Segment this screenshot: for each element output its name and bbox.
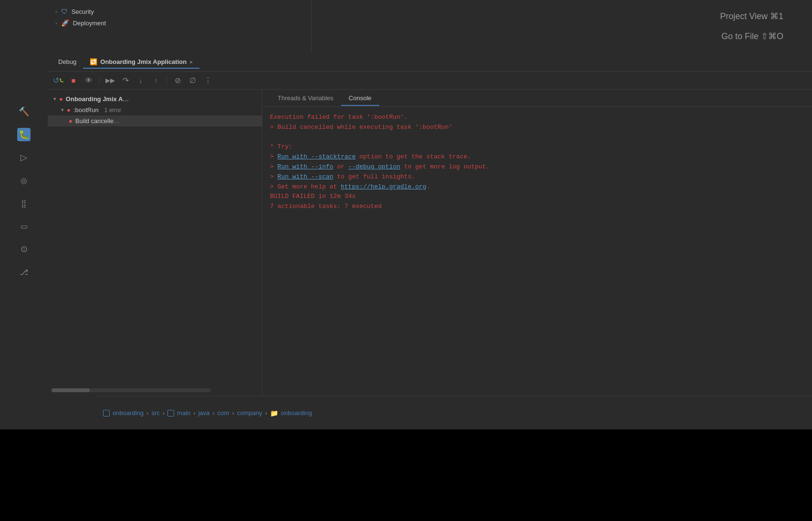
sidebar-icon-bug[interactable]: 🐛	[17, 128, 31, 141]
breadcrumb-label-onboarding: onboarding	[113, 409, 144, 417]
run-tab-label: Onboarding Jmix Application	[100, 58, 187, 65]
deploy-icon: 🚀	[61, 19, 69, 27]
tab-bar: Debug 🔁 Onboarding Jmix Application ×	[48, 52, 812, 72]
link-gradle-help[interactable]: https://help.gradle.org	[341, 183, 426, 190]
error-icon-2: ●	[67, 106, 71, 114]
build-item-onboarding-label: Onboarding Jmix A…	[66, 95, 129, 103]
toolbar: ↺🐛 ■ 👁 ▶▶ ↷ ↓ ↑ ⊘ ∅ ⋮	[48, 72, 812, 90]
breadcrumb-company[interactable]: company	[237, 409, 262, 417]
error-icon-3: ●	[69, 117, 73, 125]
debug-panel: Debug 🔁 Onboarding Jmix Application × ↺🐛…	[48, 52, 812, 396]
bootrun-label: :bootRun	[73, 106, 99, 114]
tree-item-deployment[interactable]: › 🚀 Deployment	[55, 17, 302, 29]
console-line-6: > Run with --info or --debug option to g…	[270, 162, 804, 172]
breadcrumb-label-java: java	[198, 409, 210, 417]
shield-icon: 🛡	[61, 8, 68, 15]
breadcrumb-sep-3: ›	[193, 409, 195, 417]
resume-button[interactable]: ▶▶	[104, 74, 117, 87]
console-line-5: > Run with --stacktrace option to get th…	[270, 152, 804, 162]
step-over-button[interactable]: ↷	[119, 74, 132, 87]
console-panel: Threads & Variables Console Execution fa…	[262, 90, 812, 396]
sidebar-icon-profile[interactable]: ◎	[17, 174, 31, 187]
go-to-file-shortcut[interactable]: Go to File ⇧⌘O	[721, 31, 783, 42]
build-item-onboarding[interactable]: ▾ ● Onboarding Jmix A…	[48, 94, 262, 104]
breadcrumb-onboarding[interactable]: onboarding	[103, 409, 144, 417]
tab-threads-variables[interactable]: Threads & Variables	[270, 91, 341, 105]
console-line-9: BUILD FAILED in 12m 34s	[270, 192, 804, 202]
toolbar-sep-1	[99, 76, 100, 85]
stop-button[interactable]: ■	[67, 74, 80, 87]
breadcrumb-label-onboarding-2: onboarding	[281, 409, 312, 417]
breadcrumb-label-company: company	[237, 409, 262, 417]
console-line-1: Execution failed for task ':bootRun'.	[270, 113, 804, 123]
debug-tab-label: Debug	[58, 58, 76, 65]
expand-icon-1: ▾	[53, 96, 56, 102]
module-icon-1	[103, 410, 110, 417]
console-tabs: Threads & Variables Console	[262, 90, 812, 107]
scrollbar-area	[48, 388, 215, 392]
scrollbar-track[interactable]	[52, 388, 211, 392]
sidebar-icon-grid[interactable]: ⣿	[17, 197, 31, 210]
content-split: ▾ ● Onboarding Jmix A… ▾ ● :bootRun 1 er…	[48, 90, 812, 396]
scrollbar-thumb[interactable]	[52, 388, 90, 392]
tab-threads-label: Threads & Variables	[278, 94, 333, 102]
link-info[interactable]: Run with --info	[278, 163, 333, 170]
console-line-2: > Build cancelled while executing task '…	[270, 123, 804, 133]
mute-button[interactable]: ⊘	[171, 74, 184, 87]
breadcrumb-java[interactable]: java	[198, 409, 210, 417]
shortcuts-panel: Project View ⌘1 Go to File ⇧⌘O	[311, 0, 812, 52]
tab-console[interactable]: Console	[341, 91, 379, 105]
folder-icon: 📁	[270, 409, 278, 417]
project-tree: › 🛡 Security › 🚀 Deployment	[48, 0, 310, 52]
console-output: Execution failed for task ':bootRun'. > …	[262, 107, 812, 396]
chevron-icon: ›	[55, 9, 57, 14]
breadcrumb-label-src: src	[151, 409, 159, 417]
link-stacktrace[interactable]: Run with --stacktrace	[278, 153, 356, 160]
chevron-icon-deploy: ›	[55, 20, 57, 26]
sidebar-icon-hammer[interactable]: 🔨	[17, 105, 31, 118]
sidebar-icon-warning[interactable]: ⊙	[17, 242, 31, 256]
run-tab[interactable]: 🔁 Onboarding Jmix Application ×	[83, 55, 199, 68]
tree-item-security[interactable]: › 🛡 Security	[55, 6, 302, 17]
breadcrumb-sep-1: ›	[146, 409, 148, 417]
breadcrumb-label-com: com	[218, 409, 229, 417]
breadcrumb-com[interactable]: com	[218, 409, 229, 417]
rerun-debug-button[interactable]: ↺🐛	[52, 74, 65, 87]
module-icon-2	[167, 410, 174, 417]
build-tree-panel: ▾ ● Onboarding Jmix A… ▾ ● :bootRun 1 er…	[48, 90, 262, 396]
run-tab-icon: 🔁	[90, 58, 97, 65]
step-out-button[interactable]: ↑	[149, 74, 163, 87]
tab-console-label: Console	[349, 94, 372, 102]
breadcrumb-sep-4: ›	[212, 409, 214, 417]
sidebar-icon-git[interactable]: ⎇	[17, 265, 31, 279]
breadcrumb-sep-5: ›	[232, 409, 234, 417]
show-frames-button[interactable]: 👁	[82, 74, 95, 87]
sidebar-icon-run[interactable]: ▷	[17, 151, 31, 164]
error-icon-1: ●	[59, 95, 63, 103]
breadcrumb-main[interactable]: main	[167, 409, 190, 417]
bottom-black-area	[0, 429, 812, 521]
breadcrumb-sep-6: ›	[265, 409, 267, 417]
link-debug[interactable]: --debug option	[348, 163, 400, 170]
bootrun-error-count: 1 error	[104, 107, 121, 114]
more-button[interactable]: ⋮	[201, 74, 215, 87]
breadcrumb-src[interactable]: src	[151, 409, 159, 417]
expand-icon-2: ▾	[61, 107, 64, 113]
debug-tab[interactable]: Debug	[52, 55, 83, 68]
link-scan[interactable]: Run with --scan	[278, 173, 333, 180]
main-content: › 🛡 Security › 🚀 Deployment Project View…	[48, 0, 812, 429]
project-view-shortcut[interactable]: Project View ⌘1	[720, 11, 783, 21]
build-item-cancelled[interactable]: ● Build cancelle…	[48, 115, 262, 126]
run-tab-close[interactable]: ×	[189, 59, 192, 65]
console-line-7: > Run with --scan to get full insights.	[270, 172, 804, 182]
clear-button[interactable]: ∅	[186, 74, 199, 87]
tree-item-deployment-label: Deployment	[73, 20, 106, 27]
step-into-button[interactable]: ↓	[134, 74, 147, 87]
build-item-bootrun[interactable]: ▾ ● :bootRun 1 error	[48, 104, 262, 115]
cancelled-label: Build cancelle…	[75, 117, 120, 125]
sidebar-icon-terminal[interactable]: ▭	[17, 219, 31, 233]
breadcrumb-onboarding-folder[interactable]: 📁 onboarding	[270, 409, 312, 417]
toolbar-sep-2	[167, 76, 167, 85]
tree-item-security-label: Security	[72, 8, 94, 15]
console-line-4: * Try:	[270, 142, 804, 152]
